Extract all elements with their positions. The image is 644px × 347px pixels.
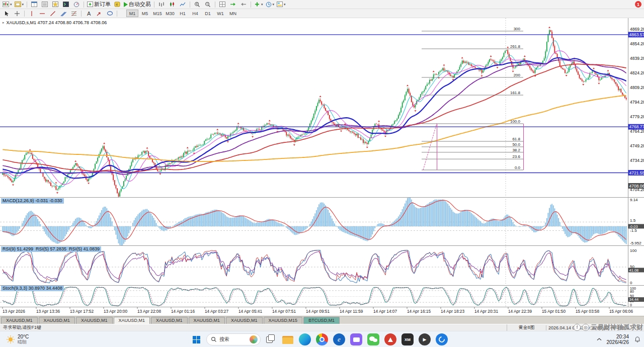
notifications-bell-icon[interactable] [634, 336, 641, 343]
start-button[interactable] [189, 332, 203, 346]
fib-level-label: 23.6 [512, 154, 520, 159]
taskbar-clock[interactable]: 20:34 2026/4/26 [607, 334, 629, 345]
search-box[interactable]: 搜索 [206, 333, 261, 345]
new-order-button[interactable]: 新订单 [86, 1, 112, 9]
chrome-button[interactable] [315, 332, 329, 346]
one-click-trading-icon[interactable]: ▸ [3, 21, 5, 25]
netease-button[interactable] [383, 332, 397, 346]
new-chart-button[interactable]: ▾ [2, 1, 13, 9]
search-highlight-icon[interactable] [250, 335, 258, 343]
file-explorer-button[interactable] [281, 332, 295, 346]
browser-360-button[interactable] [435, 332, 449, 346]
price-line-label: 4721.55 [629, 170, 644, 176]
toolbar-separator [154, 2, 154, 8]
bar-chart-mode-button[interactable] [156, 1, 167, 9]
fib-level-label: 100.0 [510, 119, 521, 124]
vertical-line-tool-button[interactable] [27, 10, 37, 18]
auto-scroll-button[interactable] [228, 1, 238, 9]
time-axis-label: 15 Apr 01:50 [542, 309, 566, 314]
wechat-button[interactable] [366, 332, 380, 346]
navigator-button[interactable] [50, 1, 60, 9]
timeframe-button-m30[interactable]: M30 [164, 10, 176, 17]
tray-expand-icon[interactable] [597, 337, 602, 341]
timeframe-button-m15[interactable]: M15 [151, 10, 164, 17]
compass-icon [436, 333, 448, 345]
time-axis-label: 13 Apr 2026 [3, 309, 25, 314]
candlestick-mode-button[interactable] [167, 1, 177, 9]
strategy-tester-button[interactable] [71, 1, 82, 9]
chart-tab-2[interactable]: XAUUSD,M1 [76, 317, 113, 324]
chart-tab-7[interactable]: XAUUSD,M15 [264, 317, 303, 324]
time-axis-label: 14 Apr 18:23 [441, 309, 464, 314]
chart-tab-3[interactable]: XAUUSD,M1 [114, 317, 150, 324]
timeframe-button-m1[interactable]: M1 [126, 10, 138, 17]
xm-app-button[interactable]: XM [400, 332, 415, 346]
terminal-button[interactable] [61, 1, 71, 9]
watermark-camera-icon: ◎ [582, 324, 589, 331]
channel-tool-button[interactable] [58, 10, 68, 18]
indicators-button[interactable]: ▾ [253, 1, 264, 9]
profiles-button[interactable]: ▾ [14, 1, 25, 9]
macd-label[interactable]: MACD(12,26,9) -0.031 -0.030 [1, 198, 64, 204]
zoom-in-button[interactable] [192, 1, 202, 9]
time-axis-label: 13 Apr 22:08 [137, 309, 161, 314]
time-axis-label: 15 Apr 06:06 [609, 309, 633, 314]
status-profile[interactable]: 黄金8图 [507, 324, 546, 331]
chart-tab-1[interactable]: XAUUSD,M1 [39, 317, 75, 324]
browser-e-button[interactable]: e [332, 332, 346, 346]
stoch-label[interactable]: Stoch(9,3,3) 30.8970 34.4408 [1, 286, 64, 291]
time-axis-label: 14 Apr 20:31 [474, 309, 498, 314]
chart-tab-5[interactable]: XAUUSD,M1 [189, 317, 225, 324]
horizontal-line-tool-button[interactable] [37, 10, 47, 18]
rsi-label[interactable]: RSI(9) 51.4299 RSI(5) 57.2835 RSI(5) 41.… [1, 246, 101, 252]
data-window-button[interactable] [40, 1, 50, 9]
chart-canvas[interactable]: 0.023.638.250.061.8100.0161.8200261.8300… [0, 18, 644, 316]
shapes-tool-button[interactable] [105, 10, 115, 18]
edge-button[interactable] [298, 332, 312, 346]
timeframe-button-h4[interactable]: H4 [189, 10, 201, 17]
ma-8-line [3, 41, 626, 189]
timeframe-button-mn[interactable]: MN [227, 10, 239, 17]
timeframe-toolbar: M1M5M15M30H1H4D1W1MN [126, 10, 239, 17]
market-watch-button[interactable] [29, 1, 39, 9]
crosshair-tool-button[interactable] [12, 10, 22, 18]
task-view-button[interactable] [264, 332, 278, 346]
cursor-tool-button[interactable] [2, 10, 12, 18]
fibonacci-tool-button[interactable] [69, 10, 79, 18]
media-player-button[interactable]: ▶ [418, 332, 432, 346]
time-axis-label: 14 Apr 05:41 [238, 309, 262, 314]
text-tool-button[interactable]: A [84, 10, 94, 18]
time-axis-label: 14 Apr 16:15 [407, 309, 431, 314]
chart-tab-4[interactable]: XAUUSD,M1 [151, 317, 188, 324]
time-axis-label: 13 Apr 13:36 [36, 309, 60, 314]
video-app-button[interactable] [349, 332, 363, 346]
weather-widget[interactable]: 20°C 晴朗 [3, 331, 32, 347]
zoom-out-button[interactable] [203, 1, 213, 9]
metaeditor-button[interactable]: e [112, 1, 122, 9]
line-studies-toolbar: A M1M5M15M30H1H4D1W1MN [0, 9, 644, 18]
templates-button[interactable]: ▾ [276, 1, 287, 9]
timeframe-button-m5[interactable]: M5 [139, 10, 151, 17]
chart-tab-8[interactable]: BTCUSD,M1 [303, 317, 340, 324]
chevron-down-icon: ▾ [22, 3, 24, 7]
chart-tab-0[interactable]: XAUUSD,M1 [1, 317, 38, 324]
tile-windows-button[interactable] [217, 1, 227, 9]
line-chart-mode-button[interactable] [178, 1, 188, 9]
time-axis-label: 14 Apr 11:59 [340, 309, 363, 314]
rsi-scale-label: 100 [630, 248, 637, 253]
trendline-tool-button[interactable] [48, 10, 58, 18]
arrow-tool-button[interactable] [94, 10, 104, 18]
price-tick-label: 4749.20 [630, 143, 644, 148]
fib-level-label: 300 [514, 27, 521, 31]
periods-button[interactable]: ▾ [265, 1, 276, 9]
timeframe-button-w1[interactable]: W1 [214, 10, 226, 17]
clock-time: 20:34 [616, 334, 629, 339]
timeframe-button-h1[interactable]: H1 [177, 10, 189, 17]
notification-badge[interactable]: 1 [635, 1, 641, 8]
chart-shift-button[interactable] [238, 1, 249, 9]
chart-tab-6[interactable]: XAUUSD,M1 [226, 317, 263, 324]
sun-icon [6, 335, 15, 344]
autotrading-button[interactable]: 自动交易 [123, 1, 152, 9]
macd-scale-label: 1.5 [630, 218, 636, 223]
timeframe-button-d1[interactable]: D1 [202, 10, 214, 17]
